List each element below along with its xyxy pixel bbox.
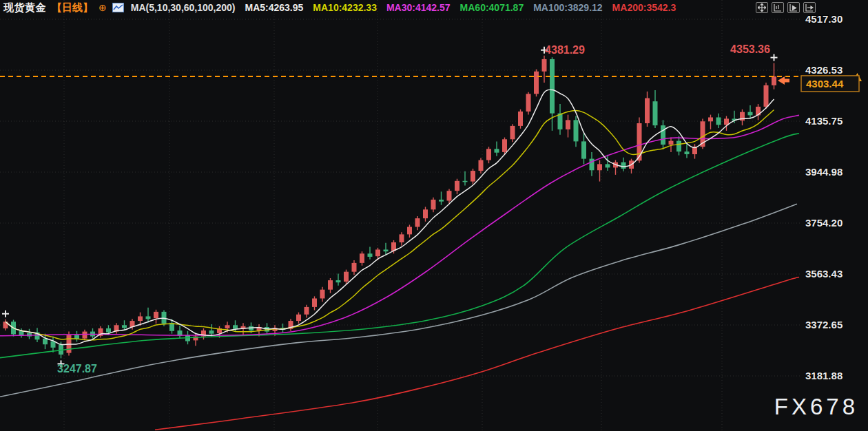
- axis-tick-label: 3372.65: [805, 319, 843, 330]
- price-scale-icon[interactable]: [772, 2, 784, 13]
- ma5-value: MA5:4263.95: [245, 2, 304, 13]
- chart-background: [0, 0, 868, 431]
- axis-tick-label: 3944.98: [805, 166, 843, 178]
- price-chart[interactable]: 4381.294353.363247.874517.304326.534135.…: [0, 0, 868, 431]
- fx678-watermark: FX678: [774, 394, 858, 420]
- chart-toolbar: [756, 2, 816, 13]
- axis-tick-label: 3181.88: [805, 370, 843, 381]
- axis-tick-label: 4135.75: [805, 115, 843, 127]
- axis-tick-label: 4517.30: [805, 13, 843, 25]
- timeframe-label[interactable]: 【日线】: [52, 1, 93, 14]
- ma200-value: MA200:3542.3: [612, 2, 676, 13]
- chart-window: 4381.294353.363247.874517.304326.534135.…: [0, 0, 868, 431]
- ma10-value: MA10:4232.33: [313, 2, 377, 13]
- ma100-value: MA100:3829.12: [533, 2, 602, 13]
- last-price-label: 4303.44: [806, 78, 844, 90]
- ma30-value: MA30:4142.57: [386, 2, 451, 13]
- ma-settings-label[interactable]: MA(5,10,30,60,100,200): [131, 2, 236, 13]
- chart-header: 现货黄金 【日线】 ⊕ MA(5,10,30,60,100,200) MA5:4…: [3, 1, 676, 14]
- symbol-name: 现货黄金: [3, 1, 46, 14]
- price-annotation: 4353.36: [730, 43, 770, 55]
- ma60-value: MA60:4071.87: [460, 2, 524, 13]
- axis-tick-label: 4326.53: [805, 64, 843, 76]
- price-annotation: 3247.87: [57, 363, 97, 375]
- axis-tick-label: 3754.20: [805, 217, 843, 229]
- price-annotation: 4381.29: [545, 44, 585, 56]
- move-tool-icon[interactable]: [756, 2, 768, 13]
- axis-tick-label: 3563.43: [805, 268, 843, 280]
- go-to-latest-icon[interactable]: [803, 2, 816, 13]
- add-compare-icon[interactable]: ⊕: [99, 3, 107, 12]
- playback-icon[interactable]: [787, 2, 800, 13]
- chart-style-icon[interactable]: [112, 3, 124, 12]
